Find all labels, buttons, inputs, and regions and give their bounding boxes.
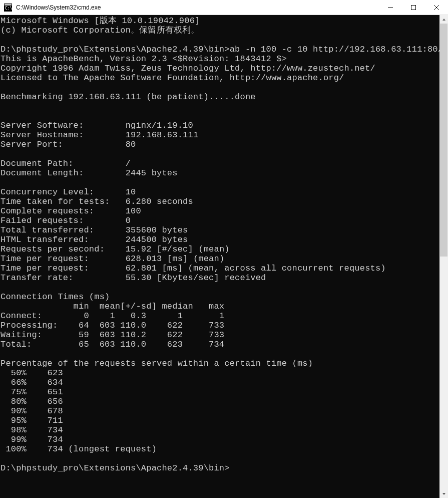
server-port-value: 80: [126, 140, 136, 149]
conn-times-waiting: Waiting: 59 603 110.2 622 733: [1, 330, 224, 340]
transfer-rate-label: Transfer rate:: [1, 273, 74, 283]
svg-marker-8: [442, 493, 445, 495]
cmd-icon: C:\: [4, 4, 12, 12]
close-button[interactable]: [425, 0, 448, 15]
prompt-path: D:\phpstudy_pro\Extensions\Apache2.4.39\…: [1, 45, 230, 54]
percentile-100: 100% 734 (longest request): [1, 444, 157, 454]
html-transferred-value: 244500 bytes: [126, 235, 188, 244]
tpr1-label: Time per request:: [1, 254, 89, 264]
ab-copyright-line: Copyright 1996 Adam Twiss, Zeus Technolo…: [1, 64, 375, 73]
server-hostname-label: Server Hostname:: [1, 130, 84, 140]
os-header-line: Microsoft Windows [版本 10.0.19042.906]: [1, 16, 200, 26]
concurrency-value: 10: [126, 187, 136, 197]
percentile-50: 50% 623: [1, 368, 63, 378]
window-title: C:\Windows\System32\cmd.exe: [15, 4, 379, 11]
document-path-value: /: [126, 159, 131, 168]
document-length-label: Document Length:: [1, 168, 84, 178]
ab-license-line: Licensed to The Apache Software Foundati…: [1, 73, 344, 83]
rps-label: Requests per second:: [1, 244, 105, 254]
svg-text:C:\: C:\: [5, 6, 12, 11]
terminal-output[interactable]: Microsoft Windows [版本 10.0.19042.906] (c…: [0, 15, 439, 498]
vertical-scrollbar[interactable]: [439, 15, 448, 498]
tpr2-value: 62.801 [ms] (mean, across all concurrent…: [126, 264, 386, 273]
percentile-99: 99% 734: [1, 435, 63, 444]
percentile-80: 80% 656: [1, 397, 63, 406]
conn-times-processing: Processing: 64 603 110.0 622 733: [1, 321, 224, 330]
ab-version-line: This is ApacheBench, Version 2.3 <$Revis…: [1, 54, 287, 64]
server-hostname-value: 192.168.63.111: [126, 130, 199, 140]
copyright-line: (c) Microsoft Corporation。保留所有权利。: [1, 26, 200, 35]
transfer-rate-value: 55.30 [Kbytes/sec] received: [126, 273, 266, 283]
minimize-button[interactable]: [379, 0, 402, 15]
percentile-90: 90% 678: [1, 406, 63, 416]
tpr1-value: 628.013 [ms] (mean): [126, 254, 225, 264]
percentile-98: 98% 734: [1, 425, 63, 435]
prompt-path-2: D:\phpstudy_pro\Extensions\Apache2.4.39\…: [1, 463, 230, 473]
server-software-value: nginx/1.19.10: [126, 121, 193, 130]
html-transferred-label: HTML transferred:: [1, 235, 89, 244]
time-taken-label: Time taken for tests:: [1, 197, 110, 206]
scroll-up-arrow-icon[interactable]: [439, 15, 448, 24]
complete-requests-label: Complete requests:: [1, 206, 94, 216]
conn-times-header: min mean[+/-sd] median max: [1, 302, 224, 311]
document-path-label: Document Path:: [1, 159, 74, 168]
conn-times-title: Connection Times (ms): [1, 292, 110, 302]
conn-times-connect: Connect: 0 1 0.3 1 1: [1, 311, 224, 321]
svg-marker-7: [442, 19, 445, 21]
percentile-66: 66% 634: [1, 378, 63, 387]
server-software-label: Server Software:: [1, 121, 84, 130]
percentile-95: 95% 711: [1, 416, 63, 425]
scroll-down-arrow-icon[interactable]: [439, 489, 448, 498]
percentiles-title: Percentage of the requests served within…: [1, 359, 313, 368]
server-port-label: Server Port:: [1, 140, 63, 149]
window-controls: [379, 0, 448, 15]
failed-requests-value: 0: [126, 216, 131, 225]
command-text: ab -n 100 -c 10 http://192.168.63.111:80…: [230, 45, 439, 54]
total-transferred-label: Total transferred:: [1, 225, 94, 235]
failed-requests-label: Failed requests:: [1, 216, 84, 225]
conn-times-total: Total: 65 603 110.0 623 734: [1, 340, 224, 349]
time-taken-value: 6.280 seconds: [126, 197, 193, 206]
svg-rect-1: [5, 4, 12, 6]
concurrency-label: Concurrency Level:: [1, 187, 94, 197]
maximize-button[interactable]: [402, 0, 425, 15]
terminal-area: Microsoft Windows [版本 10.0.19042.906] (c…: [0, 15, 448, 498]
document-length-value: 2445 bytes: [126, 168, 178, 178]
complete-requests-value: 100: [126, 206, 141, 216]
window-titlebar: C:\ C:\Windows\System32\cmd.exe: [0, 0, 448, 15]
scroll-thumb[interactable]: [440, 24, 447, 257]
scroll-track[interactable]: [439, 24, 448, 489]
rps-value: 15.92 [#/sec] (mean): [126, 244, 230, 254]
total-transferred-value: 355600 bytes: [126, 225, 188, 235]
benchmarking-line: Benchmarking 192.168.63.111 (be patient)…: [1, 92, 256, 102]
tpr2-label: Time per request:: [1, 264, 89, 273]
svg-rect-4: [411, 6, 416, 10]
percentile-75: 75% 651: [1, 387, 63, 397]
